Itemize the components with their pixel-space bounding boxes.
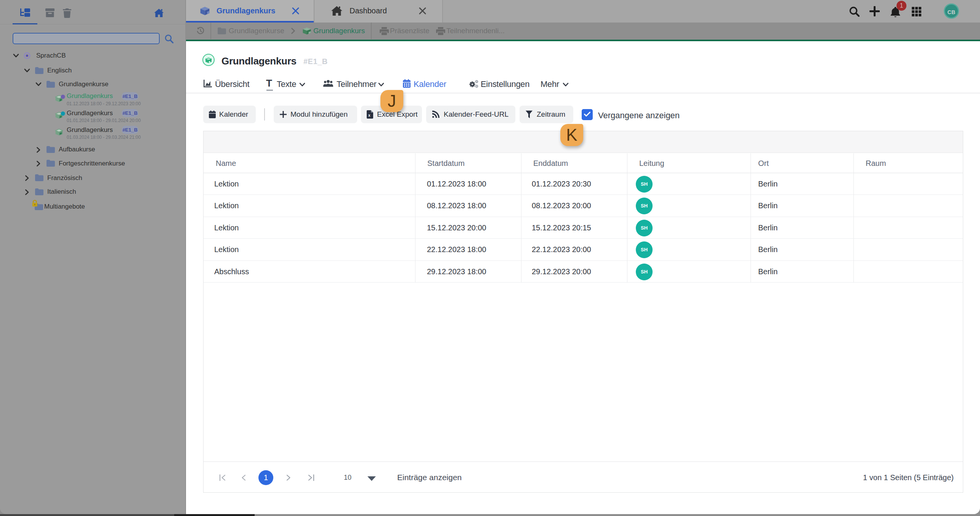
svg-text:x: x xyxy=(368,113,371,117)
